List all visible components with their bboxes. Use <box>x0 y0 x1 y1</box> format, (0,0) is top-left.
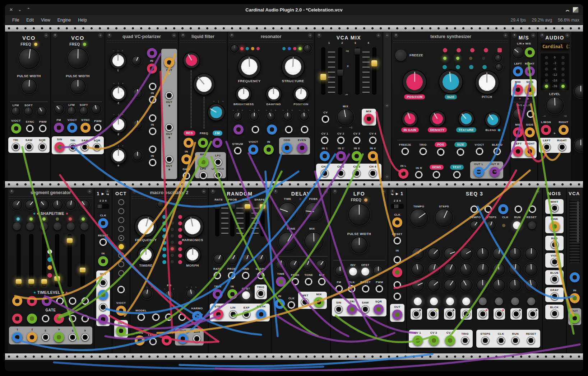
texture-knob[interactable] <box>459 111 474 126</box>
mode-icon[interactable] <box>443 48 447 52</box>
right-in-jack[interactable] <box>525 66 535 76</box>
pitch-knob[interactable] <box>476 71 499 94</box>
violet-out-jack[interactable] <box>551 258 559 266</box>
model-icon[interactable] <box>162 260 166 264</box>
cv4-jack[interactable] <box>369 136 377 144</box>
seq-knob[interactable] <box>412 264 423 275</box>
menu-engine[interactable]: Engine <box>54 17 74 24</box>
timbre-cv-jack[interactable] <box>152 313 160 321</box>
pwm-jack[interactable] <box>39 124 47 132</box>
shape-knob-1[interactable] <box>12 200 22 210</box>
trig-jack[interactable] <box>135 335 145 346</box>
pulse-width-knob[interactable] <box>351 237 367 253</box>
step-out-jack[interactable] <box>213 309 223 319</box>
time-jack-1[interactable] <box>12 296 22 306</box>
seg-button-3[interactable] <box>40 222 48 230</box>
seq-knob[interactable] <box>412 279 423 291</box>
model-icon[interactable] <box>178 228 182 232</box>
ch2-out-jack[interactable] <box>337 169 345 177</box>
cv-amount-3-knob[interactable] <box>133 120 142 129</box>
mode-switch[interactable] <box>97 204 109 209</box>
trim-knob[interactable] <box>284 112 292 120</box>
res-cv-jack[interactable] <box>184 138 194 148</box>
mix-out-jack[interactable] <box>314 297 324 307</box>
shape-atten-knob[interactable] <box>256 254 265 264</box>
knob[interactable] <box>575 85 583 98</box>
pos-jack[interactable] <box>437 148 445 156</box>
time-jack-5[interactable] <box>69 297 77 305</box>
in-jack[interactable] <box>227 289 237 299</box>
model-icon[interactable] <box>178 234 182 238</box>
timbre-knob[interactable] <box>138 247 154 263</box>
trig-out-jack[interactable] <box>461 337 469 344</box>
ramp-icon[interactable] <box>47 257 52 262</box>
reset-jack[interactable] <box>393 237 401 245</box>
cv-jack[interactable] <box>301 126 309 133</box>
model-icon[interactable] <box>178 260 182 264</box>
gain-2-knob[interactable] <box>111 85 126 101</box>
gate-jack[interactable] <box>429 310 437 318</box>
out-4-jack[interactable] <box>165 155 173 163</box>
in-3-jack[interactable] <box>149 114 157 122</box>
cv-amount-4-knob[interactable] <box>133 151 142 160</box>
octave-option[interactable] <box>118 261 124 267</box>
side-in-jack[interactable] <box>525 127 535 137</box>
out-jack[interactable] <box>570 313 580 323</box>
saw-out-jack[interactable] <box>81 143 89 151</box>
steps-trim-knob[interactable] <box>486 221 495 230</box>
mode-icon[interactable] <box>469 65 473 69</box>
seg-slider-2[interactable] <box>29 234 33 287</box>
mix-knob[interactable] <box>305 232 323 250</box>
gate-jack[interactable] <box>462 310 470 318</box>
fm-atten-knob[interactable] <box>165 291 174 300</box>
octave-option[interactable] <box>118 199 124 205</box>
time-cv-jack[interactable] <box>276 277 286 287</box>
gate-jack[interactable] <box>446 310 454 318</box>
in-jack[interactable] <box>98 256 108 266</box>
octave-option[interactable] <box>118 270 124 276</box>
out-2-jack[interactable] <box>165 91 173 99</box>
shape-cv-jack[interactable] <box>257 272 265 279</box>
model-icon[interactable] <box>178 247 182 251</box>
fdbk-knob[interactable] <box>305 203 323 221</box>
trim-knob[interactable] <box>267 112 275 120</box>
in-1-jack[interactable] <box>393 256 401 264</box>
red-out-jack[interactable] <box>551 241 559 249</box>
sync-jack[interactable] <box>80 123 91 133</box>
seg-button-1[interactable] <box>13 222 21 230</box>
steps-cv-jack[interactable] <box>484 205 492 213</box>
model-icon[interactable] <box>162 221 166 225</box>
pwm-jack[interactable] <box>375 285 383 293</box>
freq-knob[interactable] <box>194 74 214 95</box>
out-3-jack[interactable] <box>99 303 107 311</box>
seg-slider-1[interactable] <box>17 234 21 287</box>
reset-jack[interactable] <box>362 285 370 293</box>
seg-out-2-jack[interactable] <box>27 332 37 342</box>
fader-4[interactable] <box>372 47 376 95</box>
model-sel-button[interactable] <box>175 201 181 207</box>
close-button[interactable]: ✕ <box>9 7 13 12</box>
module-vco-1[interactable]: + VCO FREQ PULSE WIDTH LFM SOFT V/OCT SY… <box>7 32 51 181</box>
seg-out-6-jack[interactable] <box>81 333 89 341</box>
encode-knob[interactable] <box>513 47 524 58</box>
voct-jack[interactable] <box>116 306 126 316</box>
seg-button-6[interactable] <box>80 222 88 230</box>
seq-knob[interactable] <box>526 248 537 259</box>
voct-jack[interactable] <box>162 335 172 346</box>
model-icon[interactable] <box>162 215 166 219</box>
seq-knob[interactable] <box>460 248 472 259</box>
menu-edit[interactable]: Edit <box>23 17 37 24</box>
ch1-out-jack[interactable] <box>321 169 329 177</box>
step-button-on[interactable] <box>430 297 438 305</box>
seq-knob[interactable] <box>509 248 521 259</box>
module-random[interactable]: ++ RANDOM RATE PROB RND SHAPE RATE PROB … <box>208 188 271 353</box>
tone-cv-jack[interactable] <box>305 278 312 286</box>
position-knob[interactable] <box>293 86 309 102</box>
smth-out-jack[interactable] <box>256 309 266 319</box>
pulse-width-knob[interactable] <box>71 79 85 94</box>
mode-select-knob[interactable] <box>495 55 501 61</box>
octave-option[interactable] <box>118 252 124 258</box>
sqr-out-jack[interactable] <box>374 304 384 314</box>
step-button-on[interactable] <box>446 297 454 305</box>
left-out-jack[interactable] <box>543 143 551 151</box>
